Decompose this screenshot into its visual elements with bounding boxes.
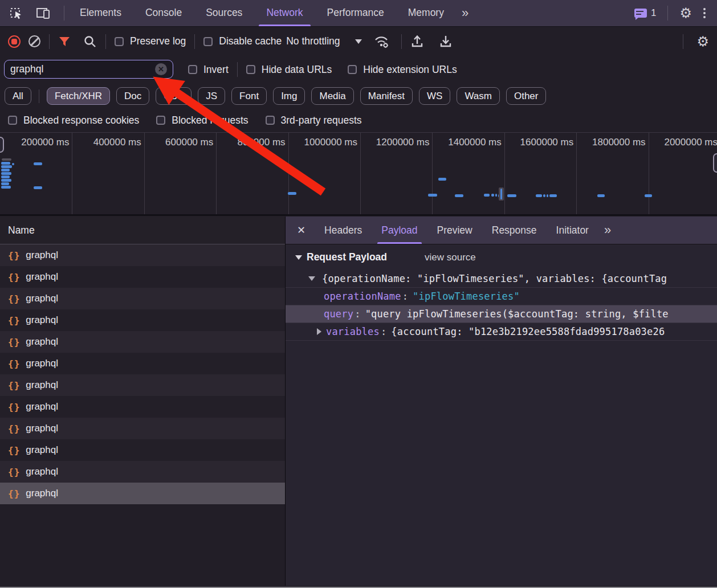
chip-js[interactable]: JS bbox=[198, 87, 225, 105]
timeline-bar bbox=[1, 182, 9, 185]
detail-tab-headers[interactable]: Headers bbox=[315, 217, 372, 244]
network-overview-timeline[interactable]: 200000 ms400000 ms600000 ms800000 ms1000… bbox=[0, 132, 717, 216]
chip-doc[interactable]: Doc bbox=[116, 87, 149, 105]
tab-performance[interactable]: Performance bbox=[315, 0, 396, 26]
collapse-triangle-icon[interactable] bbox=[308, 276, 315, 281]
detail-tab-preview[interactable]: Preview bbox=[427, 217, 482, 244]
request-row[interactable]: {}graphql bbox=[0, 461, 285, 483]
blocked-response-cookies-checkbox[interactable] bbox=[8, 116, 17, 125]
request-name: graphql bbox=[26, 444, 58, 456]
chip-media[interactable]: Media bbox=[311, 87, 353, 105]
request-detail-panel: ✕ HeadersPayloadPreviewResponseInitiator… bbox=[286, 217, 717, 586]
network-settings-gear-icon[interactable]: ⚙ bbox=[696, 35, 709, 48]
chip-other[interactable]: Other bbox=[506, 87, 547, 105]
payload-row-operationname[interactable]: operationName:"ipFlowTimeseries" bbox=[286, 288, 717, 305]
view-source-link[interactable]: view source bbox=[425, 252, 476, 263]
tab-sources[interactable]: Sources bbox=[194, 0, 254, 26]
chip-manifest[interactable]: Manifest bbox=[360, 87, 413, 105]
request-row[interactable]: {}graphql bbox=[0, 439, 285, 461]
record-button[interactable] bbox=[8, 35, 21, 48]
inspect-element-icon[interactable] bbox=[9, 6, 24, 21]
more-panels-icon[interactable]: » bbox=[456, 6, 474, 21]
blocked-requests-label: Blocked requests bbox=[172, 115, 248, 126]
preserve-log-checkbox[interactable] bbox=[115, 37, 124, 46]
network-conditions-icon[interactable] bbox=[373, 34, 390, 49]
throttling-select[interactable]: No throttling bbox=[286, 35, 361, 47]
name-column-header[interactable]: Name bbox=[0, 217, 285, 244]
export-har-icon[interactable] bbox=[439, 34, 453, 49]
3rd-party-requests-checkbox[interactable] bbox=[266, 116, 275, 125]
request-row[interactable]: {}graphql bbox=[0, 418, 285, 439]
payload-row-query[interactable]: query:"query ipFlowTimeseries($accountTa… bbox=[286, 305, 717, 323]
expand-triangle-icon[interactable] bbox=[317, 328, 321, 335]
request-row[interactable]: {}graphql bbox=[0, 244, 285, 266]
clear-filter-icon[interactable]: ✕ bbox=[155, 63, 167, 75]
chip-ws[interactable]: WS bbox=[419, 87, 450, 105]
tab-elements[interactable]: Elements bbox=[68, 0, 133, 26]
device-toolbar-icon[interactable] bbox=[35, 6, 51, 21]
json-braces-icon: {} bbox=[8, 250, 20, 261]
chip-img[interactable]: Img bbox=[273, 87, 305, 105]
divider bbox=[39, 89, 39, 103]
overview-right-handle[interactable] bbox=[713, 153, 717, 173]
chip-fetch-xhr[interactable]: Fetch/XHR bbox=[47, 87, 110, 105]
filter-funnel-icon[interactable] bbox=[58, 35, 71, 48]
detail-tab-initiator[interactable]: Initiator bbox=[547, 217, 598, 244]
request-row[interactable]: {}graphql bbox=[0, 288, 285, 309]
request-name: graphql bbox=[26, 293, 58, 304]
hide-extension-urls-option: Hide extension URLs bbox=[348, 64, 457, 76]
request-name: graphql bbox=[26, 358, 58, 369]
request-row[interactable]: {}graphql bbox=[0, 396, 285, 418]
filter-input[interactable] bbox=[10, 63, 155, 75]
timeline-bar bbox=[645, 194, 652, 197]
request-row[interactable]: {}graphql bbox=[0, 309, 285, 331]
import-har-icon[interactable] bbox=[410, 34, 424, 49]
detail-tab-payload[interactable]: Payload bbox=[372, 217, 427, 244]
timeline-bar bbox=[549, 194, 557, 197]
kebab-menu-icon[interactable] bbox=[700, 8, 709, 18]
disable-cache-checkbox[interactable] bbox=[203, 37, 213, 46]
invert-checkbox[interactable] bbox=[188, 65, 197, 74]
timeline-bar bbox=[484, 194, 490, 197]
detail-tab-response[interactable]: Response bbox=[482, 217, 547, 244]
chip-wasm[interactable]: Wasm bbox=[457, 87, 500, 105]
divider bbox=[105, 34, 106, 49]
close-detail-icon[interactable]: ✕ bbox=[286, 224, 315, 236]
request-type-chips: AllFetch/XHRDocCSSJSFontImgMediaManifest… bbox=[0, 84, 717, 108]
timeline-bar bbox=[500, 189, 502, 199]
json-braces-icon: {} bbox=[8, 337, 20, 348]
request-row[interactable]: {}graphql bbox=[0, 331, 285, 353]
tab-console[interactable]: Console bbox=[133, 0, 194, 26]
devtools-tabbar: ElementsConsoleSourcesNetworkPerformance… bbox=[0, 0, 717, 27]
payload-root-row[interactable]: {operationName: "ipFlowTimeseries", vari… bbox=[286, 270, 717, 288]
request-name: graphql bbox=[26, 401, 58, 413]
3rd-party-requests-option: 3rd-party requests bbox=[266, 115, 362, 126]
collapse-triangle-icon[interactable] bbox=[295, 255, 302, 260]
request-name: graphql bbox=[26, 271, 58, 283]
request-row[interactable]: {}graphql bbox=[0, 374, 285, 396]
search-icon[interactable] bbox=[83, 35, 97, 48]
detail-more-tabs-icon[interactable]: » bbox=[598, 223, 617, 238]
tab-network[interactable]: Network bbox=[254, 0, 315, 26]
hide-data-urls-checkbox[interactable] bbox=[246, 65, 255, 74]
chip-font[interactable]: Font bbox=[231, 87, 267, 105]
hide-extension-urls-checkbox[interactable] bbox=[348, 65, 357, 74]
timeline-bar bbox=[34, 162, 42, 165]
timeline-bar bbox=[543, 194, 545, 197]
payload-row-variables[interactable]: variables:{accountTag: "b12e3b2192ee5588… bbox=[286, 323, 717, 341]
tab-memory[interactable]: Memory bbox=[396, 0, 456, 26]
request-row[interactable]: {}graphql bbox=[0, 353, 285, 374]
clear-button[interactable] bbox=[28, 35, 40, 47]
request-name: graphql bbox=[26, 379, 58, 391]
chip-css[interactable]: CSS bbox=[156, 87, 192, 105]
json-braces-icon: {} bbox=[8, 467, 20, 477]
request-name: graphql bbox=[26, 250, 58, 261]
request-row[interactable]: {}graphql bbox=[0, 266, 285, 288]
settings-gear-icon[interactable]: ⚙ bbox=[679, 6, 692, 20]
issues-button[interactable]: 1 bbox=[634, 7, 656, 19]
request-row[interactable]: {}graphql bbox=[0, 483, 285, 504]
blocked-requests-checkbox[interactable] bbox=[156, 116, 165, 125]
timeline-bar bbox=[597, 194, 605, 197]
chip-all[interactable]: All bbox=[5, 87, 31, 105]
blocked-requests-option: Blocked requests bbox=[156, 115, 248, 126]
